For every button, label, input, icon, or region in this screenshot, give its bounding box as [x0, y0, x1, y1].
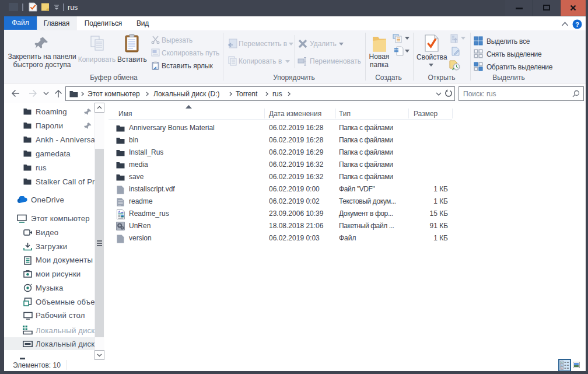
svg-text:?: ? — [575, 21, 579, 28]
